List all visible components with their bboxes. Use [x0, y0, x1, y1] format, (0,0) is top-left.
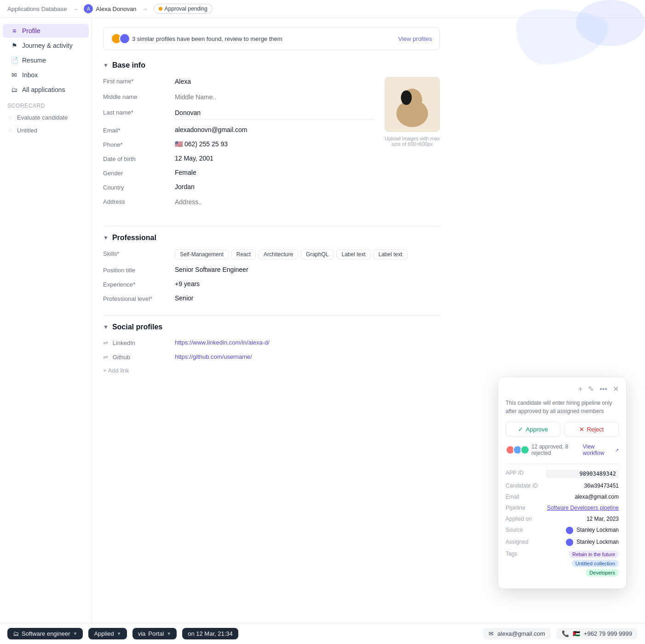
- avatar-image: [385, 77, 439, 132]
- sidebar: ≡ Profile ⚑ Journey & activity 📄 Resume …: [0, 18, 92, 623]
- add-link-button[interactable]: + Add link: [103, 367, 440, 374]
- first-name-input[interactable]: [175, 77, 374, 86]
- address-value[interactable]: [175, 197, 374, 207]
- experience-value: +9 years: [175, 280, 440, 288]
- skill-graphql[interactable]: GraphQL: [301, 249, 334, 259]
- job-title: Software engineer: [22, 630, 70, 637]
- position-title-value: Senior Software Engineer: [175, 266, 440, 273]
- middle-name-value[interactable]: [175, 92, 374, 102]
- address-label: Address: [103, 197, 167, 205]
- popup-more-icon[interactable]: •••: [599, 385, 607, 393]
- tags-container: Retain in the future Untitled collection…: [546, 551, 619, 576]
- sidebar-item-resume[interactable]: 📄 Resume: [3, 53, 89, 67]
- popup-workflow: 12 approved, 8 rejected View workflow ↗: [506, 443, 619, 456]
- skill-label1[interactable]: Label text: [336, 249, 370, 259]
- approve-button[interactable]: ✓ Approve: [506, 422, 560, 437]
- field-skills: Skills* Self-Management React Architectu…: [103, 249, 440, 259]
- github-url[interactable]: https://github.com/username/: [175, 353, 252, 360]
- skill-label2[interactable]: Label text: [374, 249, 408, 259]
- base-info-title: Base info: [112, 61, 145, 69]
- status-pill[interactable]: Applied ▼: [88, 628, 127, 639]
- level-label: Professional level*: [103, 294, 167, 302]
- sidebar-item-evaluate[interactable]: ☆ Evaluate candidate: [0, 111, 92, 124]
- address-input[interactable]: [175, 197, 374, 207]
- last-name-value[interactable]: [175, 108, 374, 120]
- job-icon: 🗂: [13, 630, 19, 637]
- pipeline-value[interactable]: Software Developers pipeline: [546, 505, 619, 511]
- profile-image-box[interactable]: [385, 77, 440, 132]
- view-profiles-button[interactable]: View profiles: [398, 35, 432, 42]
- workflow-count: 12 approved, 8 rejected: [531, 443, 579, 456]
- sidebar-item-journey[interactable]: ⚑ Journey & activity: [3, 39, 89, 52]
- user-name: Alexa Donovan: [96, 6, 136, 12]
- base-info-layout: First name* Middle name: [103, 77, 440, 213]
- via-pill: via Portal ▼: [132, 628, 177, 639]
- base-info-collapse[interactable]: ▼: [103, 62, 109, 69]
- popup-description: This candidate will enter hiring pipelin…: [506, 399, 619, 415]
- field-github: ⇌ Github https://github.com/username/: [103, 353, 440, 361]
- last-name-input[interactable]: [175, 108, 374, 117]
- star-icon: ☆: [7, 114, 13, 121]
- middle-name-input[interactable]: [175, 92, 374, 102]
- linkedin-value[interactable]: https://www.linkedin.com/in/alexa-d/: [175, 339, 440, 346]
- tag-untitled[interactable]: Untitled collection: [572, 560, 619, 567]
- gender-value: Female: [175, 169, 374, 176]
- sidebar-item-profile[interactable]: ≡ Profile: [3, 24, 89, 38]
- sidebar-label-evaluate: Evaluate candidate: [17, 114, 68, 121]
- first-name-value[interactable]: [175, 77, 374, 86]
- skill-architecture[interactable]: Architecture: [259, 249, 298, 259]
- popup-row-assigned: Assigned Stanley Lockman: [506, 539, 619, 546]
- linkedin-url[interactable]: https://www.linkedin.com/in/alexa-d/: [175, 339, 270, 346]
- source-label: Source: [506, 527, 542, 533]
- reject-button[interactable]: ✕ Reject: [564, 422, 619, 437]
- applied-value: 12 Mar, 2023: [546, 516, 619, 522]
- linkedin-label-text: LinkedIn: [113, 339, 135, 346]
- gender-label: Gender: [103, 169, 167, 177]
- view-workflow-link[interactable]: View workflow: [583, 443, 611, 456]
- svg-point-3: [401, 91, 412, 105]
- sidebar-item-inbox[interactable]: ✉ Inbox: [3, 68, 89, 82]
- email-info[interactable]: ✉ alexa@gmail.com: [483, 628, 551, 639]
- professional-section: ▼ Professional Skills* Self-Management R…: [103, 226, 440, 302]
- field-email: Email* alexadonovn@gmail.com: [103, 126, 374, 134]
- appid-value: 98903489342: [546, 470, 619, 478]
- assigned-label: Assigned: [506, 539, 542, 545]
- skill-self-management[interactable]: Self-Management: [175, 249, 229, 259]
- section-divider-2: [103, 315, 440, 316]
- skill-react[interactable]: React: [231, 249, 256, 259]
- job-pill[interactable]: 🗂 Software engineer ▼: [7, 628, 83, 639]
- position-title-label: Position title: [103, 266, 167, 274]
- flag-emoji: 🇺🇸: [175, 140, 184, 148]
- social-collapse[interactable]: ▼: [103, 324, 109, 330]
- popup-row-email: Email alexa@gmail.com: [506, 494, 619, 500]
- popup-divider: [506, 464, 619, 464]
- tag-retain[interactable]: Retain in the future: [569, 551, 619, 558]
- popup-close-icon[interactable]: ✕: [613, 385, 619, 393]
- popup-row-appid: APP ID 98903489342: [506, 470, 619, 478]
- github-value[interactable]: https://github.com/username/: [175, 353, 440, 360]
- tag-developers[interactable]: Developers: [586, 569, 619, 576]
- status-text: Approval pending: [165, 6, 207, 12]
- field-gender: Gender Female: [103, 169, 374, 177]
- last-name-label: Last name*: [103, 108, 167, 116]
- popup-edit-icon[interactable]: ✎: [588, 385, 594, 393]
- breadcrumb-arrow: →: [72, 6, 78, 12]
- popup-add-icon[interactable]: +: [578, 385, 582, 393]
- date-text: on 12 Mar, 21:34: [188, 630, 233, 637]
- sidebar-item-untitled[interactable]: ☆ Untitled: [0, 124, 92, 137]
- breadcrumb[interactable]: Applications Database: [7, 6, 67, 12]
- sidebar-label-untitled: Untitled: [17, 127, 37, 134]
- link-icon-github: ⇌: [103, 354, 108, 361]
- phone-info[interactable]: 📞 🇯🇴 +962 79 999 9999: [556, 628, 638, 639]
- sidebar-item-applications[interactable]: 🗂 All applications: [3, 83, 89, 97]
- phone-value: 🇺🇸 062) 255 25 93: [175, 140, 374, 148]
- status-badge[interactable]: Approval pending: [154, 4, 213, 14]
- professional-collapse[interactable]: ▼: [103, 235, 109, 241]
- topbar: Applications Database → A Alexa Donovan …: [0, 0, 645, 18]
- country-label: Country: [103, 183, 167, 191]
- source-chevron: ▼: [167, 631, 171, 636]
- popup-panel: + ✎ ••• ✕ This candidate will enter hiri…: [498, 377, 627, 589]
- field-country: Country Jordan: [103, 183, 374, 191]
- popup-row-candidateid: Candidate ID 36w39473451: [506, 483, 619, 489]
- via-label: via: [138, 630, 146, 637]
